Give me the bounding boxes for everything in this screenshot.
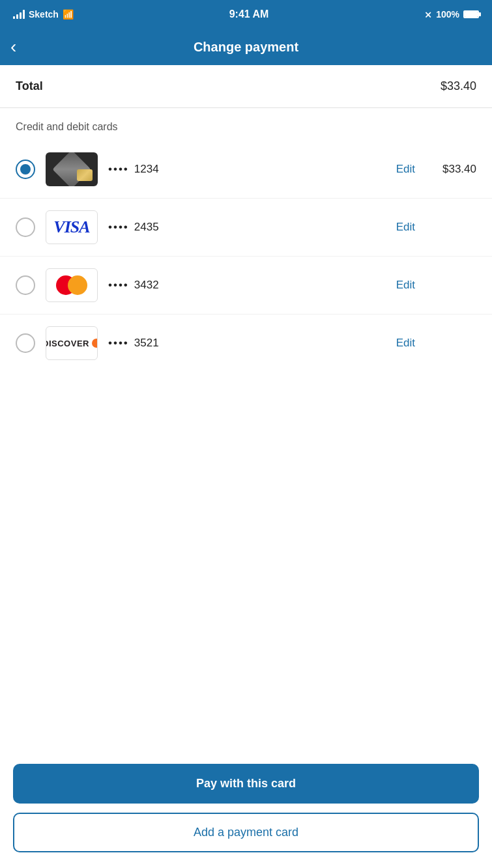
card-list: •••• 1234 Edit $33.40 VISA •••• 2435 Edi… — [0, 141, 492, 385]
add-payment-button[interactable]: Add a payment card — [13, 813, 479, 852]
radio-card-1[interactable] — [16, 160, 35, 179]
battery-icon — [463, 10, 479, 18]
total-label: Total — [16, 79, 43, 93]
card-edit-3[interactable]: Edit — [391, 276, 420, 294]
total-amount: $33.40 — [441, 79, 476, 93]
section-header: Credit and debit cards — [0, 108, 492, 141]
status-left: Sketch 📶 — [13, 9, 74, 20]
card-item-1[interactable]: •••• 1234 Edit $33.40 — [0, 141, 492, 198]
dark-card-graphic — [46, 152, 98, 186]
nav-title: Change payment — [194, 40, 298, 55]
card-last4-1: 1234 — [134, 163, 159, 176]
nav-bar: ‹ Change payment — [0, 29, 492, 65]
card-item-4[interactable]: DISCOVER •••• 3521 Edit — [0, 314, 492, 372]
card-edit-4[interactable]: Edit — [391, 334, 420, 352]
card-dots-3: •••• — [108, 279, 129, 292]
card-dots-1: •••• — [108, 163, 129, 176]
signal-icon — [13, 10, 25, 19]
card-amount-1: $33.40 — [431, 163, 476, 176]
bluetooth-icon: ⨯ — [424, 9, 432, 20]
discover-dot — [92, 339, 98, 348]
card-dots-4: •••• — [108, 337, 129, 350]
back-button[interactable]: ‹ — [10, 33, 24, 61]
app-name: Sketch — [29, 9, 59, 20]
radio-card-3[interactable] — [16, 275, 35, 295]
card-info-4: •••• 3521 — [108, 337, 381, 350]
status-bar: Sketch 📶 9:41 AM ⨯ 100% — [0, 0, 492, 29]
mc-orange-circle — [68, 275, 87, 295]
radio-card-2[interactable] — [16, 217, 35, 237]
card-image-2: VISA — [46, 210, 98, 244]
radio-inner-card-1 — [20, 164, 31, 175]
status-right: ⨯ 100% — [424, 9, 479, 20]
wifi-icon: 📶 — [63, 9, 74, 20]
bottom-section: Pay with this card Add a payment card — [0, 753, 492, 868]
mastercard-logo — [56, 275, 87, 295]
discover-logo: DISCOVER — [46, 339, 98, 348]
card-dots-2: •••• — [108, 221, 129, 234]
card-image-3 — [46, 268, 98, 302]
card-last4-3: 3432 — [134, 279, 159, 292]
card-item-2[interactable]: VISA •••• 2435 Edit — [0, 198, 492, 256]
card-image-1 — [46, 152, 98, 186]
card-last4-2: 2435 — [134, 221, 159, 234]
card-edit-1[interactable]: Edit — [391, 160, 420, 178]
discover-text: DISCOVER — [46, 339, 89, 348]
card-edit-2[interactable]: Edit — [391, 218, 420, 236]
status-time: 9:41 AM — [229, 8, 269, 20]
battery-percent: 100% — [436, 9, 459, 20]
total-section: Total $33.40 — [0, 65, 492, 108]
dark-card-chip — [77, 169, 93, 181]
card-info-3: •••• 3432 — [108, 279, 381, 292]
card-item-3[interactable]: •••• 3432 Edit — [0, 256, 492, 314]
pay-button[interactable]: Pay with this card — [13, 764, 479, 804]
radio-card-4[interactable] — [16, 333, 35, 353]
card-info-1: •••• 1234 — [108, 163, 381, 176]
visa-logo: VISA — [53, 217, 89, 237]
card-last4-4: 3521 — [134, 337, 159, 350]
card-info-2: •••• 2435 — [108, 221, 381, 234]
card-image-4: DISCOVER — [46, 326, 98, 360]
